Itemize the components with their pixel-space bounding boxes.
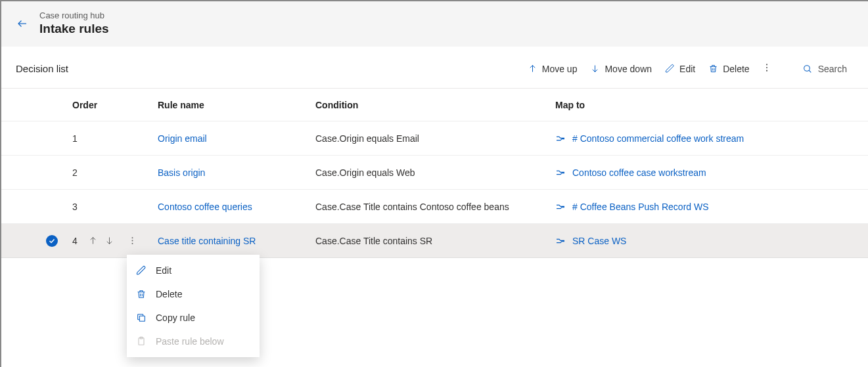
svg-rect-13 (139, 316, 145, 321)
page-header: Case routing hub Intake rules (1, 1, 868, 47)
ctx-delete-label: Delete (156, 289, 182, 299)
table-row[interactable]: 1 Origin email Case.Origin equals Email … (1, 121, 868, 156)
rule-name-link[interactable]: Contoso coffee queries (158, 202, 252, 212)
table-header: Order Rule name Condition Map to (1, 89, 868, 121)
order-value: 3 (72, 202, 81, 212)
svg-point-5 (766, 70, 767, 72)
table-row[interactable]: 2 Basis origin Case.Origin equals Web Co… (1, 156, 868, 190)
page-title: Intake rules (39, 22, 109, 36)
section-label: Decision list (16, 63, 68, 74)
trash-icon (136, 289, 148, 299)
breadcrumb[interactable]: Case routing hub (39, 11, 109, 20)
arrow-up-icon (528, 64, 537, 74)
rule-name-link[interactable]: Basis origin (158, 167, 205, 178)
trash-icon (708, 64, 718, 74)
row-move-down[interactable] (104, 236, 114, 246)
mapto-link[interactable]: # Contoso commercial coffee work stream (572, 133, 744, 144)
move-up-button[interactable]: Move up (521, 60, 584, 78)
decision-table: Order Rule name Condition Map to 1 Origi… (1, 89, 868, 258)
col-condition[interactable]: Condition (310, 100, 550, 110)
col-rule-name[interactable]: Rule name (152, 100, 310, 110)
search-button[interactable]: Search (796, 60, 854, 78)
edit-label: Edit (679, 64, 695, 74)
mapto-link[interactable]: SR Case WS (572, 236, 626, 246)
condition-text: Case.Case Title contains SR (310, 236, 550, 246)
ctx-paste-rule-below: Paste rule below (127, 330, 260, 353)
order-value: 4 (72, 236, 81, 246)
workstream-icon (555, 133, 566, 144)
svg-point-10 (132, 237, 133, 238)
arrow-left-icon (16, 18, 28, 30)
svg-point-4 (766, 67, 767, 68)
overflow-button[interactable] (756, 58, 777, 79)
search-label: Search (818, 64, 847, 74)
table-row[interactable]: 3 Contoso coffee queries Case.Case Title… (1, 190, 868, 224)
svg-point-3 (766, 64, 767, 65)
header-text: Case routing hub Intake rules (39, 11, 109, 36)
mapto-link[interactable]: Contoso coffee case workstream (572, 167, 706, 178)
search-icon (802, 64, 813, 74)
delete-label: Delete (723, 64, 749, 74)
ctx-delete[interactable]: Delete (127, 282, 260, 306)
row-more-button[interactable] (127, 236, 137, 246)
svg-line-7 (809, 70, 811, 72)
workstream-icon (555, 167, 566, 178)
condition-text: Case.Origin equals Email (310, 133, 550, 144)
col-map-to[interactable]: Map to (550, 100, 852, 110)
paste-icon (136, 336, 148, 347)
workstream-icon (555, 202, 566, 212)
more-vertical-icon (762, 62, 772, 73)
row-move-up[interactable] (88, 236, 98, 246)
mapto-link[interactable]: # Coffee Beans Push Record WS (572, 202, 709, 212)
ctx-paste-label: Paste rule below (156, 336, 224, 347)
move-down-button[interactable]: Move down (583, 60, 658, 78)
col-order[interactable]: Order (67, 100, 152, 110)
move-up-label: Move up (542, 64, 578, 74)
pencil-icon (136, 265, 148, 276)
move-down-label: Move down (605, 64, 652, 74)
condition-text: Case.Origin equals Web (310, 167, 550, 178)
svg-point-12 (132, 243, 133, 244)
svg-point-6 (804, 65, 810, 71)
row-selected-check[interactable] (46, 235, 58, 247)
arrow-down-icon (590, 64, 600, 74)
workstream-icon (555, 236, 566, 246)
svg-point-11 (132, 240, 133, 242)
rule-name-link[interactable]: Origin email (158, 133, 207, 144)
back-button[interactable] (14, 16, 30, 32)
order-value: 1 (72, 133, 81, 144)
order-value: 2 (72, 167, 81, 178)
rule-name-link[interactable]: Case title containing SR (158, 236, 256, 246)
context-menu: Edit Delete Copy rule Paste rule below (127, 255, 260, 357)
ctx-edit[interactable]: Edit (127, 259, 260, 282)
ctx-copy-rule[interactable]: Copy rule (127, 306, 260, 330)
condition-text: Case.Case Title contains Contoso coffee … (310, 202, 550, 212)
copy-icon (136, 313, 148, 323)
pencil-icon (665, 64, 675, 74)
edit-button[interactable]: Edit (658, 60, 702, 78)
delete-button[interactable]: Delete (702, 60, 756, 78)
table-row[interactable]: 4 Case title containing SR Case.Case Tit… (1, 224, 868, 258)
ctx-copy-label: Copy rule (156, 313, 195, 323)
command-bar: Decision list Move up Move down Edit Del… (1, 47, 868, 88)
ctx-edit-label: Edit (156, 265, 171, 276)
